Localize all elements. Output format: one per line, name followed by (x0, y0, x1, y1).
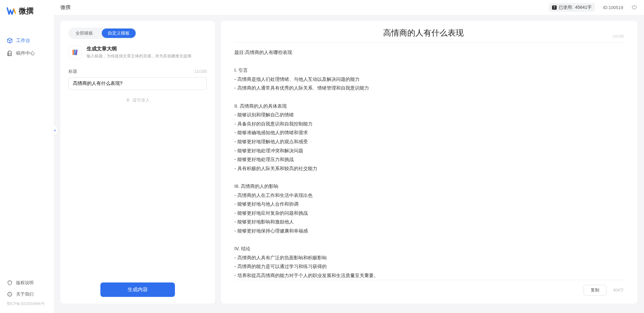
cube-icon (7, 38, 13, 44)
output-footer: 复制 404字 (234, 280, 624, 296)
svg-rect-4 (127, 98, 129, 100)
main-area: 微撰 T 已使用: 45641字 ID:100519 全部模板 自定义模板 (54, 0, 644, 313)
field-counter: 11/100 (194, 69, 207, 74)
input-panel: 全部模板 自定义模板 生成文章大纲 输入标题，为你提供文章主体的灵感，并为其创建… (60, 21, 215, 304)
output-header: 高情商的人有什么表现 10/100 (234, 28, 624, 43)
microphone-icon (126, 98, 130, 103)
nav-item-drafts[interactable]: 稿件中心 (0, 47, 54, 60)
usage-chip[interactable]: T 已使用: 45641字 (549, 3, 595, 12)
topbar: 微撰 T 已使用: 45641字 ID:100519 (54, 0, 644, 15)
output-panel: 高情商的人有什么表现 10/100 题目:高情商的人有哪些表现 I. 引言 - … (221, 21, 637, 304)
sidebar-collapse-handle[interactable] (52, 126, 57, 135)
tab-all-templates[interactable]: 全部模板 (70, 29, 99, 38)
shield-icon (7, 280, 13, 286)
sidebar: 微撰 工作台 稿件中心 版权说明 (0, 0, 54, 313)
template-title: 生成文章大纲 (87, 46, 191, 52)
nav-label: 工作台 (16, 38, 30, 44)
template-desc: 输入标题，为你提供文章主体的灵感，并为其创建推文提纲 (87, 53, 191, 59)
output-word-count: 404字 (613, 288, 624, 293)
brand-logo: 微撰 (0, 0, 54, 21)
title-field: 标题 11/100 (68, 68, 207, 90)
power-icon[interactable] (631, 4, 637, 11)
nav-label: 版权说明 (16, 280, 34, 286)
title-input[interactable] (68, 77, 207, 90)
usage-badge-icon: T (552, 5, 557, 10)
sidebar-nav: 工作台 稿件中心 (0, 21, 54, 277)
content: 全部模板 自定义模板 生成文章大纲 输入标题，为你提供文章主体的灵感，并为其创建… (54, 15, 644, 313)
voice-input-button[interactable]: 请空录入 (68, 97, 207, 103)
output-title-counter: 10/100 (612, 34, 624, 38)
output-body[interactable]: 题目:高情商的人有哪些表现 I. 引言 - 高情商是指人们处理情绪、与他人互动以… (234, 43, 624, 280)
info-icon (7, 291, 13, 297)
svg-rect-1 (73, 50, 74, 55)
user-id: ID:100519 (603, 5, 623, 10)
nav-item-workbench[interactable]: 工作台 (0, 34, 54, 47)
usage-label: 已使用: (559, 4, 573, 10)
document-icon (7, 50, 13, 56)
template-card: 生成文章大纲 输入标题，为你提供文章主体的灵感，并为其创建推文提纲 (68, 46, 207, 59)
nav-label: 关于我们 (16, 291, 34, 297)
nav-item-about[interactable]: 关于我们 (0, 289, 54, 300)
usage-value: 45641字 (575, 4, 592, 10)
voice-hint: 请空录入 (132, 97, 150, 103)
field-header: 标题 11/100 (68, 68, 207, 74)
logo-icon (7, 6, 16, 16)
topbar-title: 微撰 (60, 4, 71, 11)
spacer (68, 103, 207, 282)
field-label: 标题 (68, 68, 77, 74)
nav-item-copyright[interactable]: 版权说明 (0, 277, 54, 289)
template-books-icon (68, 46, 82, 59)
template-info: 生成文章大纲 输入标题，为你提供文章主体的灵感，并为其创建推文提纲 (87, 46, 191, 59)
topbar-right: T 已使用: 45641字 ID:100519 (549, 3, 637, 12)
svg-rect-2 (74, 50, 76, 55)
template-tabs: 全部模板 自定义模板 (68, 28, 137, 39)
copy-button[interactable]: 复制 (584, 285, 606, 296)
sidebar-bottom: 版权说明 关于我们 鄂ICP备2022016946号 (0, 277, 54, 313)
app-root: 微撰 工作台 稿件中心 版权说明 (0, 0, 644, 313)
output-title: 高情商的人有什么表现 (234, 28, 612, 38)
icp-text: 鄂ICP备2022016946号 (0, 300, 54, 308)
tab-custom-templates[interactable]: 自定义模板 (102, 29, 136, 38)
svg-rect-3 (76, 50, 78, 55)
generate-button[interactable]: 生成内容 (100, 282, 175, 297)
brand-name: 微撰 (19, 6, 34, 16)
nav-label: 稿件中心 (16, 50, 35, 56)
